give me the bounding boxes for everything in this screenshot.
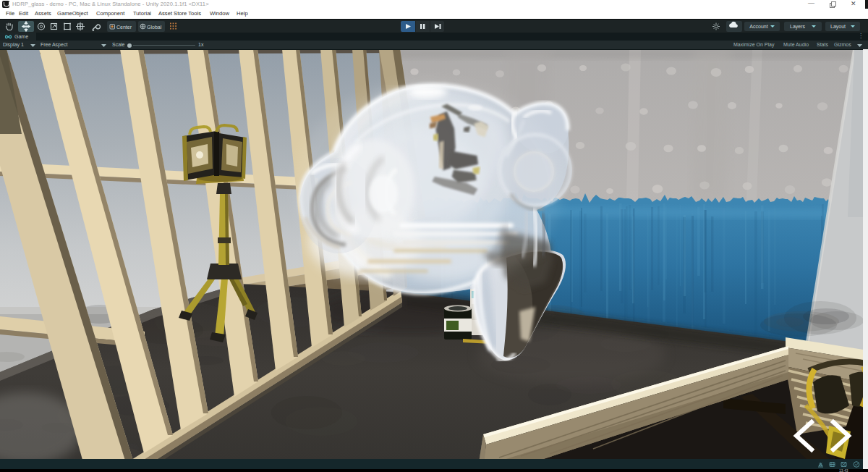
svg-text:Center: Center: [116, 25, 132, 30]
svg-text:Global: Global: [147, 25, 162, 30]
